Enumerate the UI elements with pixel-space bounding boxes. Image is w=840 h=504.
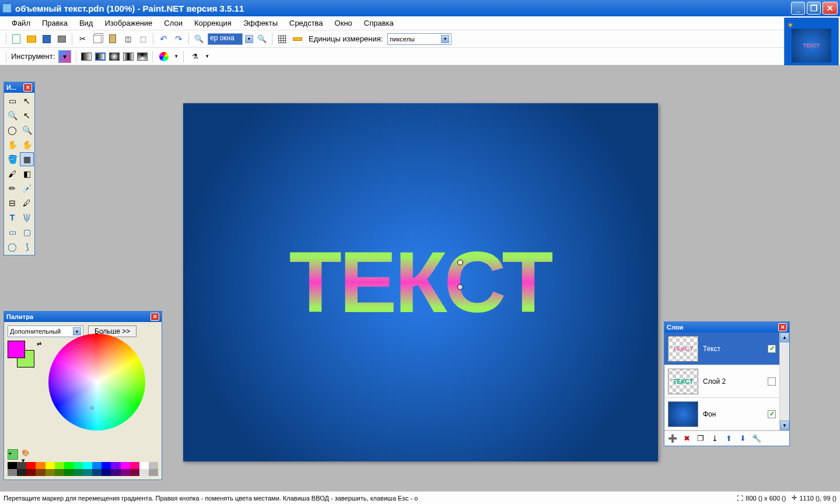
color-cell[interactable] — [17, 469, 26, 476]
pan-tool[interactable]: ✋ — [20, 138, 34, 152]
palette-mode-select[interactable]: Дополнительный ▼ — [8, 326, 83, 337]
grid-button[interactable] — [276, 33, 289, 46]
menu-file[interactable]: Файл — [6, 17, 36, 29]
zoom-in-button[interactable]: 🔍 — [256, 33, 268, 46]
gradient-linear-icon[interactable] — [81, 52, 92, 61]
color-cell[interactable] — [130, 462, 139, 469]
color-cell[interactable] — [46, 469, 55, 476]
text-tool[interactable]: T — [5, 211, 19, 225]
color-cell[interactable] — [102, 462, 111, 469]
merge-layer-button[interactable]: ⤓ — [709, 433, 720, 444]
layer-visibility-checkbox[interactable] — [768, 377, 776, 386]
blend-mode-button[interactable]: ⚗ — [188, 50, 201, 63]
move-selection-tool[interactable]: ↖ — [20, 108, 34, 123]
color-cell[interactable] — [139, 462, 149, 469]
line-tool[interactable]: \|/ — [20, 211, 34, 225]
pencil-tool[interactable]: ✏ — [5, 181, 19, 195]
color-cell[interactable] — [92, 462, 102, 469]
tools-panel-close-icon[interactable]: ✕ — [23, 83, 32, 92]
lasso-tool[interactable]: 🔍 — [5, 108, 19, 123]
color-cell[interactable] — [121, 469, 130, 476]
color-cell[interactable] — [83, 469, 92, 476]
recolor-tool[interactable]: 🖊 — [20, 196, 34, 210]
gradient-linear-reflected-icon[interactable] — [95, 52, 106, 61]
paint-bucket-tool[interactable]: 🪣 — [5, 152, 19, 166]
menu-effects[interactable]: Эффекты — [237, 17, 284, 29]
primary-color-swatch[interactable] — [8, 341, 25, 358]
layer-row[interactable]: Фон ✓ — [664, 398, 779, 430]
units-select[interactable]: пикселы ▼ — [387, 33, 452, 45]
paintbrush-tool[interactable]: 🖌 — [5, 167, 19, 181]
zoom-out-button[interactable]: 🔍 — [192, 33, 205, 46]
palette-panel-close-icon[interactable]: ✕ — [150, 313, 159, 321]
blend-mode-arrow[interactable]: ▼ — [205, 54, 209, 59]
color-cell[interactable] — [55, 469, 64, 476]
current-tool-icon[interactable]: ▾ — [58, 50, 71, 63]
cut-button[interactable]: ✂ — [76, 33, 89, 46]
move-selected-tool[interactable]: ↖ — [20, 94, 34, 108]
ellipse-select-tool[interactable]: ◯ — [5, 123, 19, 137]
color-cell[interactable] — [36, 469, 45, 476]
color-cell[interactable] — [102, 469, 111, 476]
color-cell[interactable] — [55, 462, 64, 469]
redo-button[interactable]: ↷ — [172, 33, 185, 46]
color-picker-tool[interactable]: 💉 — [20, 181, 34, 195]
menu-view[interactable]: Вид — [74, 17, 99, 29]
gradient-diamond-icon[interactable] — [109, 52, 120, 61]
layers-scrollbar[interactable]: ▲ ▼ — [779, 332, 789, 430]
maximize-button[interactable]: ❐ — [807, 2, 821, 15]
units-dropdown-arrow[interactable]: ▼ — [441, 35, 449, 43]
color-wheel[interactable] — [48, 334, 145, 430]
ruler-button[interactable] — [291, 33, 304, 46]
add-layer-button[interactable]: ➕ — [667, 433, 678, 444]
color-cell[interactable] — [8, 462, 17, 469]
layer-properties-button[interactable]: 🔧 — [751, 433, 762, 444]
color-mode-arrow[interactable]: ▼ — [174, 54, 178, 59]
menu-layers[interactable]: Слои — [158, 17, 188, 29]
menu-adjust[interactable]: Коррекция — [188, 17, 237, 29]
layer-row[interactable]: ТЕКСТ Текст ✓ — [664, 332, 779, 365]
crop-button[interactable]: ◫ — [121, 33, 134, 46]
layer-visibility-checkbox[interactable]: ✓ — [768, 345, 776, 353]
layer-row[interactable]: ТЕКСТ Слой 2 — [664, 365, 779, 398]
ellipse-tool[interactable]: ◯ — [5, 240, 19, 254]
magic-wand-tool[interactable]: ✋ — [5, 138, 19, 152]
color-cell[interactable] — [64, 462, 74, 469]
color-mode-button[interactable] — [158, 50, 170, 63]
save-button[interactable] — [40, 33, 53, 46]
color-cell[interactable] — [46, 462, 55, 469]
menu-help[interactable]: Справка — [358, 17, 400, 29]
gradient-handle-end[interactable] — [457, 284, 463, 290]
menu-tools[interactable]: Средства — [284, 17, 329, 29]
color-cell[interactable] — [17, 462, 26, 469]
layers-panel-title[interactable]: Слои ✕ — [664, 322, 789, 332]
gradient-handle-start[interactable] — [457, 260, 463, 265]
layers-panel-close-icon[interactable]: ✕ — [778, 323, 787, 331]
color-cell[interactable] — [36, 462, 45, 469]
menu-image[interactable]: Изображение — [99, 17, 158, 29]
color-cell[interactable] — [121, 462, 130, 469]
color-cell[interactable] — [26, 469, 36, 476]
color-cell[interactable] — [111, 462, 120, 469]
color-cell[interactable] — [83, 462, 92, 469]
gradient-tool[interactable]: ▦ — [20, 152, 34, 166]
zoom-dropdown-arrow[interactable]: ▼ — [245, 35, 253, 43]
zoom-tool[interactable]: 🔍 — [20, 123, 34, 137]
zoom-input[interactable]: ер окна — [208, 33, 243, 45]
palette-menu-icon[interactable]: 🎨▾ — [22, 449, 32, 460]
menu-window[interactable]: Окно — [329, 17, 358, 29]
new-button[interactable] — [10, 33, 23, 46]
clone-stamp-tool[interactable]: ⊟ — [5, 196, 19, 210]
close-button[interactable]: ✕ — [822, 2, 838, 15]
gradient-radial-icon[interactable] — [123, 52, 134, 61]
eraser-tool[interactable]: ◧ — [20, 167, 34, 181]
color-cell[interactable] — [111, 469, 120, 476]
swap-colors-icon[interactable]: ⇄ — [37, 341, 41, 347]
color-cell[interactable] — [149, 469, 158, 476]
rectangle-tool[interactable]: ▭ — [5, 225, 19, 239]
menu-edit[interactable]: Правка — [36, 17, 74, 29]
duplicate-layer-button[interactable]: ❐ — [695, 433, 706, 444]
gradient-conical-icon[interactable] — [137, 52, 148, 61]
color-wheel-indicator[interactable] — [90, 406, 94, 410]
color-cell[interactable] — [26, 462, 36, 469]
